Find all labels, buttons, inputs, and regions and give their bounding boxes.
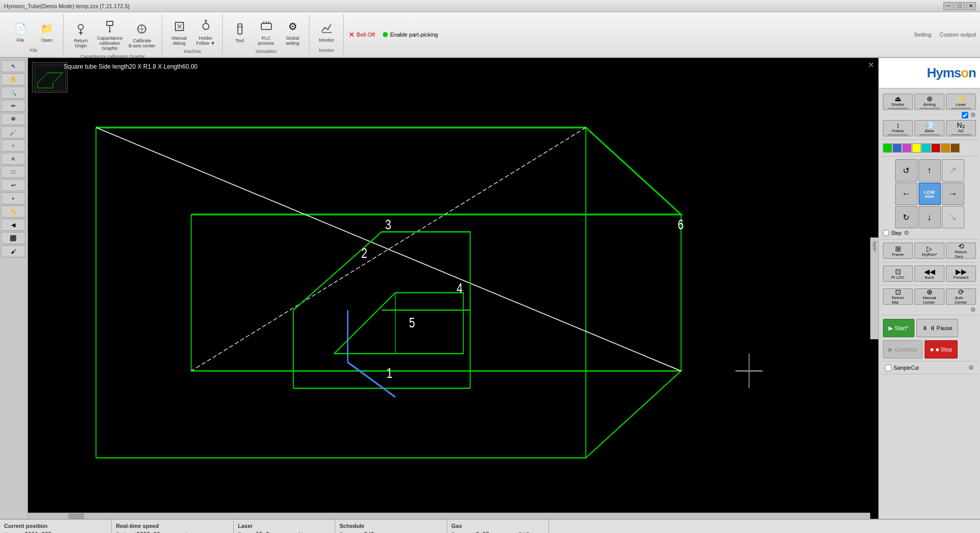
open-button[interactable]: 📁 Open: [35, 18, 59, 45]
center-row: ⊡ ReturnMid ⊕ ManualCenter ⟳ AutoCenter: [883, 288, 976, 305]
step-checkbox[interactable]: [883, 230, 889, 236]
dry-run-label: DryRun*: [922, 252, 937, 257]
canvas-area[interactable]: Square tube Side length20 X R1.8 X Lengt…: [28, 58, 878, 519]
frame-section: ⊞ Frame ▷ DryRun* ⟲ ReturnZero: [881, 240, 978, 262]
tool-stop-dot[interactable]: ⬛: [1, 232, 25, 244]
sample-cut-gear-icon[interactable]: ⚙: [968, 364, 974, 371]
calibrate-button[interactable]: CalibrateB-axis center: [127, 19, 158, 50]
rotate-left-button[interactable]: ↺: [895, 159, 917, 182]
tube-3d-view[interactable]: 3 2 4 5 1 6: [28, 58, 878, 519]
new-file-button[interactable]: 📄 File: [8, 18, 33, 45]
close-canvas-overlay[interactable]: ✕: [868, 60, 874, 70]
color-yellow[interactable]: [912, 143, 921, 153]
position-section: Current position X -0261.005 mm Y +0736.…: [0, 520, 112, 533]
sch-progress-label: Progress: [340, 531, 362, 534]
blow-button[interactable]: 💨 Blow: [914, 120, 944, 136]
start-button[interactable]: ▶ Start*: [883, 319, 914, 337]
step-checkbox-row: Step ⚙: [883, 229, 976, 236]
step-gear-icon[interactable]: ⚙: [904, 229, 909, 236]
color-red[interactable]: [931, 143, 940, 153]
tool-brush[interactable]: 🖌: [1, 245, 25, 257]
tool-select[interactable]: ↖: [1, 60, 25, 72]
pt-loc-button[interactable]: ⊡ Pt LOC: [883, 265, 913, 282]
tool-label: Tool: [235, 38, 244, 43]
manual-debug-button[interactable]: Manualdebug: [167, 16, 192, 48]
enable-part-picking-item[interactable]: Enable part-picking: [383, 32, 438, 38]
center-gear-icon[interactable]: ⚙: [970, 306, 976, 313]
speed-title: Real-time speed: [116, 523, 229, 529]
continue-button[interactable]: ▶ Continue: [883, 340, 923, 359]
return-mid-button[interactable]: ⊡ ReturnMid: [883, 288, 913, 305]
manual-center-button[interactable]: ⊕ ManualCenter: [914, 288, 944, 305]
tool-eye[interactable]: 👁: [1, 113, 25, 125]
move-down-right-button[interactable]: ↘: [942, 206, 964, 228]
frame-button[interactable]: ⊞ Frame: [883, 243, 913, 259]
back-button[interactable]: ◀◀ Back: [914, 265, 944, 282]
close-button[interactable]: ✕: [966, 2, 976, 10]
holder-follow-label: HolderFollow ▼: [196, 36, 215, 46]
tool-prev[interactable]: ◀: [1, 219, 25, 231]
tool-undo[interactable]: ↩: [1, 179, 25, 191]
green-dot-icon: [383, 32, 388, 37]
bell-off-item[interactable]: ✕ Bell Off: [349, 31, 375, 39]
svg-rect-15: [238, 24, 242, 34]
n2-button[interactable]: N₂ N2: [946, 120, 976, 136]
rotate-right-button[interactable]: ↻: [895, 206, 917, 228]
laser-gear-icon[interactable]: ⚙: [970, 111, 976, 119]
color-green[interactable]: [883, 143, 892, 153]
dry-run-button[interactable]: ▷ DryRun*: [914, 243, 944, 259]
plc-process-button[interactable]: PLCprocess: [254, 16, 279, 48]
speed-low-high-button[interactable]: LOW HIGH: [918, 183, 941, 205]
move-up-right-button[interactable]: ↗: [942, 159, 964, 182]
shutter-button[interactable]: ⏏ Shutter: [883, 94, 913, 110]
pause-button[interactable]: ⏸ ⏸ Pause: [916, 319, 958, 337]
sample-cut-checkbox[interactable]: [885, 365, 892, 371]
file-group-label: File: [30, 47, 38, 53]
tool-measure[interactable]: 📏: [1, 205, 25, 218]
capacitance-button[interactable]: CapacitancecalibrationGraphic: [95, 16, 125, 53]
tool-rect[interactable]: □: [1, 166, 25, 178]
tool-circle[interactable]: ○: [1, 139, 25, 152]
color-purple[interactable]: [902, 143, 911, 153]
aiming-button[interactable]: ⊕ Aiming: [914, 94, 944, 110]
svg-marker-2: [79, 32, 83, 35]
global-setting-button[interactable]: ⚙ Globalsetting: [281, 16, 305, 48]
move-left-button[interactable]: ←: [895, 183, 917, 205]
frame-row: ⊞ Frame ▷ DryRun* ⟲ ReturnZero: [883, 243, 976, 259]
h-scrollbar-thumb[interactable]: [69, 514, 84, 519]
forward-button[interactable]: ▶▶ Forward: [946, 265, 976, 282]
minimize-button[interactable]: ─: [943, 2, 954, 10]
return-zero-button[interactable]: ⟲ ReturnZero: [946, 243, 976, 259]
color-palette: [883, 143, 974, 153]
toolbar-group-capacitance: ReturnOrigin CapacitancecalibrationGraph…: [65, 14, 162, 55]
window-controls[interactable]: ─ □ ✕: [943, 2, 976, 10]
auto-center-button[interactable]: ⟳ AutoCenter: [946, 288, 976, 305]
color-orange[interactable]: [941, 143, 950, 153]
tool-zoom-in[interactable]: 🔍: [1, 86, 25, 99]
move-up-button[interactable]: ↑: [918, 159, 941, 182]
stop-button[interactable]: ■ ■ Stop: [925, 340, 958, 359]
tool-layers[interactable]: ≡: [1, 153, 25, 165]
back-label: Back: [925, 275, 934, 280]
spd-path-value: +0000.00: [133, 531, 174, 533]
move-down-button[interactable]: ↓: [918, 206, 941, 228]
color-blue[interactable]: [893, 143, 902, 153]
h-scrollbar[interactable]: [28, 513, 870, 519]
restore-button[interactable]: □: [955, 2, 965, 10]
laser-checkbox[interactable]: [962, 112, 968, 119]
tool-zoom-out[interactable]: 🔎: [1, 126, 25, 138]
laser-data-title: Laser: [238, 523, 331, 529]
auto-center-label: AutoCenter: [955, 295, 967, 305]
color-cyan[interactable]: [922, 143, 931, 153]
tool-dot[interactable]: •: [1, 192, 25, 204]
color-brown[interactable]: [951, 143, 960, 153]
tool-pen[interactable]: ✏: [1, 100, 25, 112]
monitor-chart-button[interactable]: Monitor: [315, 18, 339, 45]
move-right-button[interactable]: →: [942, 183, 964, 205]
laser-button[interactable]: ⚡ Laser: [946, 94, 976, 110]
holder-follow-button[interactable]: HolderFollow ▼: [194, 16, 218, 48]
tool-hand[interactable]: ✋: [1, 73, 25, 85]
tool-button[interactable]: Tool: [228, 19, 252, 45]
return-origin-button[interactable]: ReturnOrigin: [69, 19, 93, 50]
follow-button[interactable]: ↕ Follow: [883, 120, 913, 136]
